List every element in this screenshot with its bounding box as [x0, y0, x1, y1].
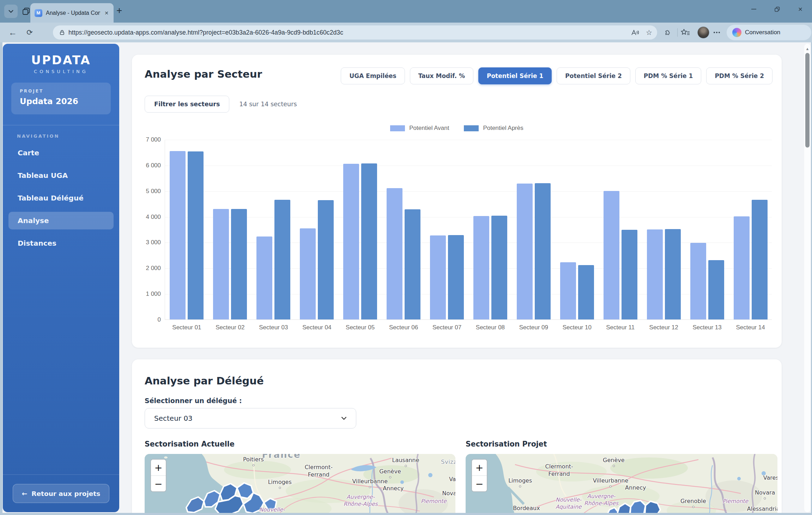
x-axis-label: Secteur 05	[335, 324, 385, 331]
read-aloud-icon[interactable]	[631, 30, 639, 36]
sector-count-label: 14 sur 14 secteurs	[239, 101, 297, 108]
lock-icon	[59, 30, 65, 35]
restore-button[interactable]	[765, 0, 789, 18]
gridline	[165, 242, 772, 243]
x-axis-label: Secteur 08	[466, 324, 515, 331]
bar-potentiel-avant-secteur-12	[647, 229, 663, 319]
gridline	[165, 191, 772, 192]
filter-sectors-button[interactable]: Filtrer les secteurs	[145, 96, 229, 113]
legend-item-potentiel-avant[interactable]: Potentiel Avant	[390, 125, 449, 132]
map-current-sectorisation[interactable]: FrancePoitiersLausanneSvizzeraGenèveCler…	[145, 454, 455, 515]
scrollbar[interactable]: ▲	[804, 44, 811, 512]
legend-label: Potentiel Après	[483, 125, 523, 132]
tab-stack-icon[interactable]	[22, 7, 30, 17]
back-button[interactable]: ←	[6, 23, 20, 42]
logo-subtitle: CONSULTING	[3, 69, 119, 74]
navigation-heading: NAVIGATION	[17, 133, 59, 139]
bar-potentiel-avant-secteur-06	[387, 188, 402, 319]
sidebar-item-tableau-uga[interactable]: Tableau UGA	[8, 167, 114, 184]
map-label-villeurbanne: Villeurbanne	[593, 477, 629, 485]
map-label-clermont-ferrand: Clermont- Ferrand	[305, 464, 333, 479]
favorites-bar-icon[interactable]	[681, 23, 690, 42]
settings-more-icon[interactable]	[713, 23, 720, 42]
x-axis-label: Secteur 10	[552, 324, 602, 331]
scrollbar-up-arrow[interactable]: ▲	[804, 47, 811, 51]
sidebar-divider-bottom	[3, 474, 119, 475]
legend-item-potentiel-apres[interactable]: Potentiel Après	[464, 125, 523, 132]
map-label-varese: Varese	[763, 474, 777, 482]
sidebar-item-analyse[interactable]: Analyse	[8, 212, 114, 229]
new-tab-button[interactable]: +	[116, 5, 122, 16]
back-to-projects-label: Retour aux projets	[31, 490, 100, 497]
bar-potentiel-avant-secteur-14	[734, 216, 750, 319]
browser-window: M Analyse - Updata Consulting ✕ + ✕ ← ⟳ …	[0, 0, 812, 515]
bar-potentiel-apres-secteur-08	[491, 216, 507, 319]
map-marker-dot	[389, 476, 391, 478]
extensions-icon[interactable]	[664, 23, 672, 42]
map-label-france: France	[262, 454, 301, 461]
map-label-grenoble: Grenoble	[680, 498, 706, 505]
view-button-taux-modif[interactable]: Taux Modif. %	[410, 67, 473, 84]
sidebar-item-distances[interactable]: Distances	[8, 234, 114, 252]
map-label-geneve: Genève	[603, 457, 625, 464]
map-label-auvergne-rhone-alpes: Auvergne- Rhône-Alpes	[344, 493, 378, 508]
bar-potentiel-avant-secteur-04	[300, 228, 316, 319]
map-project-sectorisation[interactable]: GenèveClermont- FerrandVareseLimogesVill…	[466, 454, 777, 515]
minimize-button[interactable]	[742, 0, 765, 18]
y-axis-tick: 2 000	[135, 265, 161, 272]
copilot-icon	[732, 28, 741, 37]
view-button-pdm-serie-2[interactable]: PDM % Série 2	[706, 67, 772, 84]
map-label-nouvelle: Nouvelle-	[259, 506, 285, 513]
map-label-novara: Novara	[442, 490, 455, 497]
bar-potentiel-apres-secteur-12	[665, 229, 681, 319]
tab-search-button[interactable]	[4, 5, 18, 18]
browser-tab[interactable]: M Analyse - Updata Consulting ✕	[30, 3, 114, 23]
sidebar-item-carte[interactable]: Carte	[8, 144, 114, 162]
favorite-star-icon[interactable]: ☆	[646, 28, 652, 37]
bar-potentiel-apres-secteur-09	[535, 183, 551, 319]
close-button[interactable]: ✕	[789, 0, 812, 18]
sidebar-item-tableau-delegue[interactable]: Tableau Délégué	[8, 189, 114, 207]
profile-avatar[interactable]	[697, 26, 709, 38]
map-label-annecy: Annecy	[625, 484, 646, 492]
address-bar[interactable]: https://geosecto.updata-apps.com/analyse…	[53, 25, 657, 40]
bar-potentiel-avant-secteur-11	[604, 191, 619, 319]
browser-toolbar: ← ⟳ https://geosecto.updata-apps.com/ana…	[0, 23, 812, 42]
view-button-pdm-serie-1[interactable]: PDM % Série 1	[635, 67, 702, 84]
map-label-nouvelle-aquitaine: Nouvelle- Aquitaine	[556, 496, 582, 510]
bar-potentiel-avant-secteur-02	[213, 209, 229, 319]
bar-potentiel-apres-secteur-04	[318, 200, 334, 319]
zoom-out-button[interactable]: −	[151, 475, 166, 491]
view-button-potentiel-serie-2[interactable]: Potentiel Série 2	[557, 67, 630, 84]
project-card[interactable]: PROJET Updata 2026	[11, 83, 111, 114]
back-to-projects-button[interactable]: ← Retour aux projets	[13, 484, 109, 503]
refresh-button[interactable]: ⟳	[23, 23, 37, 42]
map-label-annecy: Annecy	[383, 485, 404, 492]
scrollbar-thumb[interactable]	[805, 53, 810, 148]
bar-potentiel-apres-secteur-11	[622, 230, 637, 319]
project-name: Updata 2026	[20, 97, 102, 106]
map-marker-dot	[405, 465, 407, 467]
bar-potentiel-avant-secteur-09	[517, 184, 533, 319]
delegate-analysis-card: Analyse par Délégué Sélectionner un délé…	[132, 359, 782, 515]
map-label-piemonte: Piemonte	[421, 498, 447, 505]
copilot-button[interactable]: Conversation	[727, 25, 811, 40]
zoom-in-button[interactable]: +	[472, 460, 487, 475]
bar-potentiel-avant-secteur-13	[690, 243, 706, 319]
logo-title: UPDATA	[3, 53, 119, 67]
chart-legend: Potentiel AvantPotentiel Après	[132, 125, 782, 132]
delegate-select[interactable]: Secteur 03	[145, 408, 356, 429]
bar-potentiel-avant-secteur-08	[473, 216, 489, 319]
x-axis-label: Secteur 02	[205, 324, 255, 331]
bar-potentiel-avant-secteur-03	[256, 236, 272, 319]
sidebar-divider	[3, 125, 119, 125]
map-label-lausanne: Lausanne	[392, 457, 419, 464]
x-axis-label: Secteur 09	[509, 324, 558, 331]
zoom-in-button[interactable]: +	[151, 460, 166, 475]
x-axis-label: Secteur 13	[683, 324, 732, 331]
tab-close-icon[interactable]: ✕	[104, 10, 109, 16]
view-button-potentiel-serie-1[interactable]: Potentiel Série 1	[478, 67, 552, 84]
view-button-uga-empilees[interactable]: UGA Empilées	[341, 67, 405, 84]
zoom-out-button[interactable]: −	[472, 475, 487, 491]
map-label-limoges: Limoges	[508, 477, 532, 485]
